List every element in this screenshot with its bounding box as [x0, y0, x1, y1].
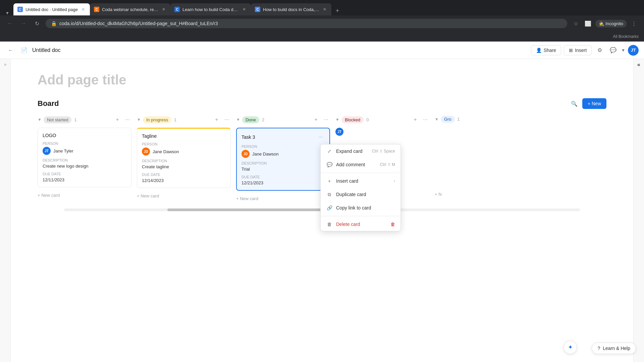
bookmarks-bar: All Bookmarks — [0, 32, 644, 42]
tab-favicon-4: C — [255, 7, 260, 12]
card-task3-title: Task 3 — [241, 134, 255, 140]
card-task3-desc: Trial — [241, 167, 325, 172]
back-button[interactable]: ← — [5, 19, 15, 28]
all-bookmarks-label: All Bookmarks — [613, 34, 639, 39]
column-count-gro: 1 — [458, 117, 460, 122]
tab-close-2[interactable]: ✕ — [161, 7, 166, 12]
back-nav-button[interactable]: ← — [5, 45, 16, 56]
tab-untitled-doc[interactable]: C Untitled doc · Untitled page ✕ — [13, 3, 90, 15]
new-card-button[interactable]: + New — [582, 98, 606, 109]
card-logo-avatar: JT — [43, 147, 51, 155]
lock-icon: 🔒 — [51, 21, 57, 26]
right-panel-icon: « — [637, 62, 640, 68]
insert-arrow-icon: › — [394, 179, 395, 183]
column-more-blocked[interactable]: ⋯ — [421, 116, 429, 124]
column-in-progress: ▼ In progress 1 + ⋯ Tagline — [137, 116, 231, 203]
board-actions: 🔍 + New — [569, 98, 606, 109]
card-task3-person-name: Jane Dawson — [252, 152, 279, 157]
column-more-done[interactable]: ⋯ — [322, 116, 330, 124]
new-card-gro[interactable]: + N — [435, 190, 475, 199]
column-add-not-started[interactable]: + — [113, 116, 121, 124]
context-menu-copy-link[interactable]: 🔗 Copy link to card — [321, 201, 400, 215]
column-more-not-started[interactable]: ⋯ — [123, 116, 131, 124]
card-task3[interactable]: Task 3 ⋯ PERSON JD Jane Dawson DESCRIPTI… — [236, 128, 330, 191]
app-header: ← 📄 Untitled doc 👤 Share ⊞ Insert ⚙ 💬 ▼ … — [0, 42, 644, 59]
incognito-icon: 🕵 — [599, 21, 604, 26]
expand-label: Expand card — [336, 148, 363, 154]
tab-learn[interactable]: C Learn how to build Coda docs... ✕ — [170, 3, 251, 15]
column-filter-icon-blocked[interactable]: ▼ — [335, 117, 339, 122]
address-bar: ← → ↻ 🔒 coda.io/d/Untitled-doc_dk4MaGh2h… — [0, 15, 644, 32]
column-add-blocked[interactable]: + — [411, 116, 419, 124]
card-task3-more-button[interactable]: ⋯ — [317, 133, 325, 141]
board-title: Board — [38, 99, 59, 108]
tab-title-2: Coda webinar schedule, registi... — [102, 7, 158, 12]
column-filter-icon-not-started[interactable]: ▼ — [38, 117, 42, 122]
sparkle-button[interactable]: ✦ — [564, 341, 577, 354]
context-menu-insert[interactable]: + Insert card › — [321, 174, 400, 188]
comment-shortcut: Ctrl ⇧ M — [380, 162, 395, 167]
card-logo[interactable]: LOGO PERSON JT Jane Tyler DESCRIPTION Cr… — [38, 128, 131, 187]
sidebar-toggle[interactable]: » — [0, 59, 11, 362]
browser-chrome: ▼ C Untitled doc · Untitled page ✕ C Cod… — [0, 0, 644, 42]
status-badge-not-started: Not started — [44, 116, 72, 123]
reload-button[interactable]: ↻ — [32, 19, 42, 28]
tab-close-3[interactable]: ✕ — [241, 7, 247, 12]
browser-actions: ☆ ⬜ 🕵 Incognito ⋮ — [571, 19, 639, 28]
tab-close-4[interactable]: ✕ — [322, 7, 327, 12]
column-filter-icon-gro[interactable]: ▼ — [435, 117, 439, 122]
card-logo-desc-label: DESCRIPTION — [43, 158, 126, 162]
board-search-button[interactable]: 🔍 — [569, 98, 580, 109]
learn-help-button[interactable]: ? Learn & Help — [592, 343, 636, 354]
card-logo-person: JT Jane Tyler — [43, 147, 126, 155]
dropdown-arrow[interactable]: ▼ — [621, 48, 625, 53]
new-card-not-started[interactable]: + New card — [38, 191, 131, 200]
context-menu: ⤢ Expand card Ctrl ⇧ Space 💬 Add comment… — [320, 144, 401, 231]
forward-button[interactable]: → — [19, 19, 28, 28]
tab-favicon-3: C — [174, 7, 180, 12]
tab-title-3: Learn how to build Coda docs... — [182, 7, 239, 12]
expand-shortcut: Ctrl ⇧ Space — [372, 149, 395, 154]
share-button[interactable]: 👤 Share — [531, 45, 561, 55]
card-logo-header: LOGO — [43, 133, 126, 138]
right-panel-toggle[interactable]: « — [633, 59, 644, 362]
user-avatar[interactable]: JT — [628, 45, 639, 56]
new-card-in-progress[interactable]: + New card — [137, 191, 231, 200]
tab-webinar[interactable]: C Coda webinar schedule, registi... ✕ — [90, 3, 170, 15]
menu-icon[interactable]: ⋮ — [629, 19, 639, 28]
doc-icon: 📄 — [20, 46, 28, 54]
card-logo-date: 12/11/2023 — [43, 177, 126, 182]
new-tab-button[interactable]: + — [333, 6, 342, 15]
column-header-in-progress: ▼ In progress 1 + ⋯ — [137, 116, 231, 124]
bookmark-star-icon[interactable]: ☆ — [571, 19, 581, 28]
settings-icon-button[interactable]: ⚙ — [594, 45, 605, 56]
column-more-in-progress[interactable]: ⋯ — [223, 116, 231, 124]
tab-how-to-build[interactable]: C How to build docs in Coda, cre... ✕ — [251, 3, 331, 15]
column-header-blocked: ▼ Blocked 0 + ⋯ — [335, 116, 429, 124]
context-menu-delete[interactable]: 🗑 Delete card 🗑 — [321, 218, 400, 231]
tab-close-1[interactable]: ✕ — [80, 7, 86, 12]
page-title-placeholder[interactable]: Add page title — [38, 72, 606, 87]
tab-favicon-1: C — [17, 7, 23, 12]
tab-bar: ▼ C Untitled doc · Untitled page ✕ C Cod… — [0, 0, 644, 15]
url-bar[interactable]: 🔒 coda.io/d/Untitled-doc_dk4MaGh2h6p/Unt… — [46, 19, 567, 28]
context-menu-expand[interactable]: ⤢ Expand card Ctrl ⇧ Space — [321, 144, 400, 158]
comment-icon-button[interactable]: 💬 — [608, 45, 619, 56]
context-menu-comment[interactable]: 💬 Add comment Ctrl ⇧ M — [321, 158, 400, 171]
new-card-done[interactable]: + New card — [236, 194, 330, 203]
column-add-in-progress[interactable]: + — [213, 116, 221, 124]
insert-button[interactable]: ⊞ Insert — [564, 45, 592, 55]
column-gro: ▼ Gro 1 + N — [435, 116, 475, 203]
card-tagline[interactable]: Tagline PERSON JD Jane Dawson DESCRIPTIO… — [137, 128, 231, 188]
cast-icon[interactable]: ⬜ — [583, 19, 593, 28]
sidebar-toggle-icon: » — [4, 62, 7, 67]
column-add-done[interactable]: + — [312, 116, 320, 124]
card-logo-desc: Create new logo design — [43, 164, 126, 169]
column-filter-icon-done[interactable]: ▼ — [236, 117, 240, 122]
column-filter-icon-in-progress[interactable]: ▼ — [137, 117, 141, 122]
sparkle-icon: ✦ — [568, 344, 573, 351]
column-count-not-started: 1 — [74, 117, 76, 122]
column-header-not-started: ▼ Not started 1 + ⋯ — [38, 116, 131, 124]
tab-group-arrow[interactable]: ▼ — [5, 11, 9, 15]
context-menu-duplicate[interactable]: ⧉ Duplicate card — [321, 188, 400, 201]
